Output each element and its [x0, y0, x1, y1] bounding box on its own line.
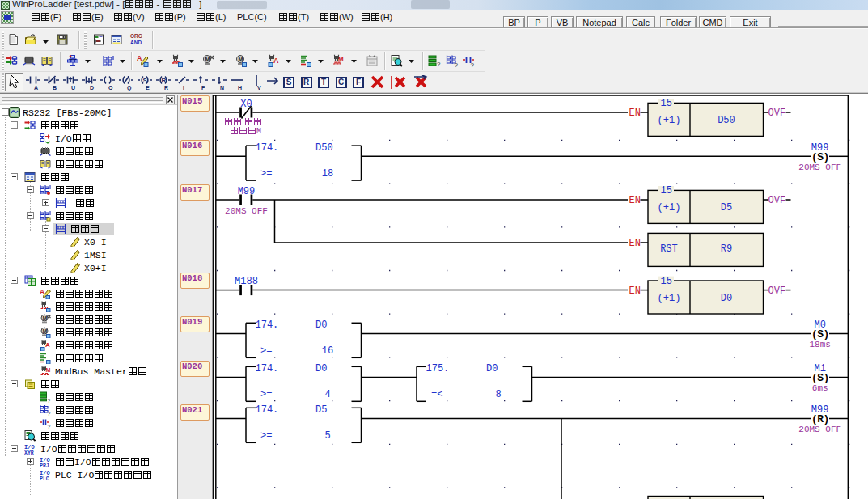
- svg-text:EN: EN: [629, 108, 641, 119]
- svg-text:18: 18: [322, 168, 333, 180]
- svg-text:O: O: [108, 85, 113, 91]
- svg-text:M99: M99: [238, 186, 256, 197]
- svg-text:5: 5: [324, 430, 330, 442]
- svg-text:EN: EN: [629, 285, 641, 297]
- svg-text:?: ?: [437, 61, 441, 67]
- svg-text:175.: 175.: [426, 363, 450, 374]
- svg-text:D0: D0: [315, 363, 327, 374]
- svg-text:ORG: ORG: [130, 33, 142, 39]
- svg-text:EN: EN: [629, 195, 641, 206]
- svg-text:?: ?: [455, 61, 459, 68]
- svg-text:D0: D0: [721, 293, 732, 304]
- svg-text:OVF: OVF: [768, 285, 786, 297]
- svg-text:R: R: [162, 77, 167, 84]
- svg-text:B: B: [53, 85, 57, 91]
- svg-text:H: H: [238, 85, 242, 91]
- svg-text:I/O: I/O: [24, 443, 35, 450]
- svg-text:(+1): (+1): [658, 202, 681, 214]
- svg-text:174.: 174.: [256, 142, 279, 154]
- svg-text:X0: X0: [240, 99, 252, 110]
- svg-text:174.: 174.: [256, 363, 279, 374]
- svg-text:?: ?: [471, 61, 475, 68]
- svg-text:U: U: [71, 85, 75, 91]
- svg-text:AND: AND: [130, 40, 142, 45]
- svg-text:>=: >=: [260, 389, 272, 400]
- svg-text:M: M: [239, 57, 243, 62]
- svg-text:(+1): (+1): [658, 115, 681, 126]
- svg-text:(+1): (+1): [658, 293, 681, 304]
- svg-text:174.: 174.: [256, 319, 279, 331]
- svg-text:R9: R9: [721, 243, 732, 255]
- svg-text:15: 15: [661, 185, 672, 197]
- svg-text:(R): (R): [811, 413, 829, 425]
- svg-text:20MS OFF: 20MS OFF: [798, 425, 841, 434]
- svg-text:Q: Q: [127, 85, 132, 91]
- svg-text:(S): (S): [811, 372, 829, 384]
- svg-text:D0: D0: [315, 319, 327, 331]
- svg-text:RST: RST: [660, 243, 678, 255]
- svg-text:PLC: PLC: [40, 476, 49, 480]
- svg-text:>=: >=: [260, 168, 272, 180]
- svg-text:A: A: [137, 54, 142, 62]
- svg-text:V: V: [257, 85, 261, 91]
- svg-text:M: M: [43, 328, 47, 333]
- svg-text:18ms: 18ms: [810, 340, 831, 349]
- svg-text:(S): (S): [811, 328, 829, 340]
- svg-text:OVF: OVF: [768, 108, 786, 119]
- svg-text:XYR: XYR: [24, 450, 34, 455]
- svg-text:8: 8: [495, 389, 501, 400]
- svg-text:6ms: 6ms: [812, 383, 828, 393]
- svg-text:174.: 174.: [256, 404, 279, 416]
- svg-text:=<: =<: [431, 389, 442, 400]
- svg-text:15: 15: [661, 98, 672, 109]
- svg-text:20MS OFF: 20MS OFF: [225, 206, 268, 216]
- svg-text:D5: D5: [721, 202, 732, 214]
- svg-text:I/O: I/O: [40, 456, 50, 463]
- svg-text:S: S: [143, 77, 148, 84]
- svg-text:M: M: [43, 315, 47, 320]
- svg-text:20MS OFF: 20MS OFF: [798, 163, 841, 172]
- svg-text:EN: EN: [629, 238, 641, 249]
- svg-text:M: M: [46, 367, 51, 373]
- svg-text:PRJ: PRJ: [40, 463, 49, 467]
- svg-text:E: E: [146, 85, 150, 91]
- svg-text:4: 4: [324, 389, 330, 400]
- svg-text:A: A: [34, 85, 38, 91]
- svg-text:(S): (S): [811, 151, 829, 163]
- svg-text:D50: D50: [718, 115, 735, 126]
- svg-text:D0: D0: [486, 363, 498, 374]
- svg-text:16: 16: [322, 345, 333, 357]
- svg-text:?: ?: [48, 410, 51, 416]
- svg-text:15: 15: [661, 276, 672, 287]
- svg-text:R: R: [164, 85, 168, 91]
- svg-text:N: N: [220, 85, 224, 91]
- svg-text:I: I: [183, 85, 184, 91]
- svg-text:D50: D50: [315, 142, 333, 154]
- svg-text:P: P: [201, 85, 205, 91]
- svg-text:D: D: [90, 85, 94, 91]
- svg-text:?: ?: [48, 397, 51, 403]
- svg-text:A: A: [45, 341, 50, 349]
- svg-text:M188: M188: [235, 276, 258, 287]
- svg-text:?: ?: [48, 423, 51, 429]
- svg-text:A: A: [273, 57, 279, 65]
- svg-text:>=: >=: [260, 345, 272, 357]
- svg-text:M: M: [205, 57, 210, 62]
- svg-text:OVF: OVF: [768, 195, 786, 206]
- svg-text:D5: D5: [315, 404, 327, 416]
- svg-text:I/O: I/O: [40, 469, 50, 476]
- svg-text:>=: >=: [260, 430, 272, 442]
